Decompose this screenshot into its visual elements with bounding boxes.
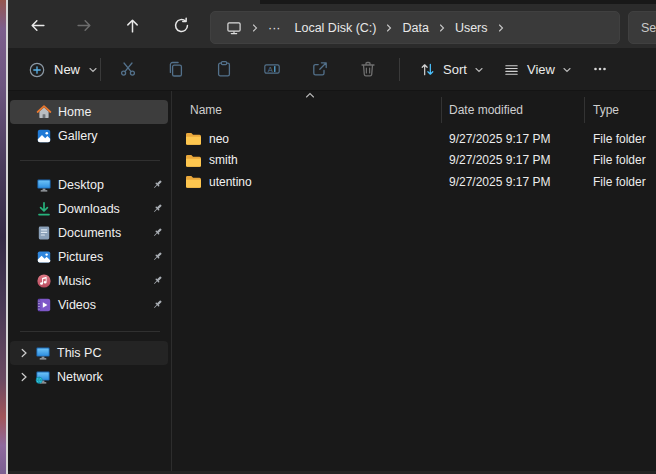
navigation-bar: ··· Local Disk (C:) Data Users Se bbox=[8, 4, 656, 48]
sidebar-item-label: This PC bbox=[57, 346, 101, 360]
pin-icon bbox=[151, 298, 164, 311]
svg-text:A: A bbox=[268, 65, 273, 74]
file-type: File folder bbox=[585, 153, 656, 167]
copy-icon bbox=[167, 60, 185, 78]
network-icon bbox=[35, 369, 51, 385]
file-name: utentino bbox=[209, 175, 252, 189]
view-button-label: View bbox=[527, 62, 555, 77]
refresh-icon bbox=[173, 17, 190, 34]
documents-icon bbox=[36, 225, 52, 241]
breadcrumb-overflow[interactable]: ··· bbox=[261, 18, 288, 38]
refresh-button[interactable] bbox=[165, 9, 197, 41]
sidebar-item-pictures[interactable]: Pictures bbox=[10, 245, 168, 269]
file-explorer-window: ··· Local Disk (C:) Data Users Se New bbox=[8, 0, 656, 474]
back-button[interactable] bbox=[21, 9, 53, 41]
this-pc-icon bbox=[35, 345, 51, 361]
command-toolbar: New A bbox=[8, 48, 656, 91]
file-name: smith bbox=[209, 153, 238, 167]
rename-icon: A bbox=[263, 60, 281, 78]
sidebar-item-label: Videos bbox=[58, 298, 96, 312]
new-button-label: New bbox=[54, 62, 80, 77]
breadcrumb-segment-drive[interactable]: Local Disk (C:) bbox=[288, 18, 384, 38]
share-button[interactable] bbox=[303, 52, 337, 86]
expand-chevron-icon[interactable] bbox=[18, 347, 30, 359]
pin-icon bbox=[151, 178, 164, 191]
file-list-pane: Name Date modified Type neo 9/27/2025 9:… bbox=[172, 91, 656, 474]
sidebar-separator bbox=[20, 160, 160, 161]
file-row-neo[interactable]: neo 9/27/2025 9:17 PM File folder bbox=[172, 128, 656, 150]
explorer-body: Home Gallery Desktop bbox=[8, 91, 656, 474]
sort-button[interactable]: Sort bbox=[410, 54, 493, 85]
breadcrumb-device[interactable] bbox=[219, 17, 249, 39]
sidebar-item-documents[interactable]: Documents bbox=[10, 221, 168, 245]
file-row-smith[interactable]: smith 9/27/2025 9:17 PM File folder bbox=[172, 150, 656, 172]
sidebar-item-label: Documents bbox=[58, 226, 121, 240]
folder-icon bbox=[185, 174, 202, 189]
up-button[interactable] bbox=[116, 9, 148, 41]
sidebar-item-music[interactable]: Music bbox=[10, 269, 168, 293]
sidebar-item-network[interactable]: Network bbox=[10, 365, 168, 389]
copy-button[interactable] bbox=[159, 52, 193, 86]
cut-button[interactable] bbox=[111, 52, 145, 86]
new-button[interactable]: New bbox=[18, 54, 108, 85]
breadcrumb-segment-data[interactable]: Data bbox=[395, 18, 435, 38]
sidebar-item-desktop[interactable]: Desktop bbox=[10, 173, 168, 197]
file-name: neo bbox=[209, 132, 229, 146]
address-bar[interactable]: ··· Local Disk (C:) Data Users bbox=[210, 11, 620, 44]
navigation-pane: Home Gallery Desktop bbox=[8, 91, 171, 474]
desktop-icon bbox=[36, 177, 52, 193]
file-date-modified: 9/27/2025 9:17 PM bbox=[442, 175, 585, 189]
ellipsis-icon bbox=[591, 60, 609, 78]
column-header-type[interactable]: Type bbox=[585, 97, 656, 123]
rename-button[interactable]: A bbox=[255, 52, 289, 86]
view-lines-icon bbox=[503, 61, 520, 78]
file-date-modified: 9/27/2025 9:17 PM bbox=[442, 132, 585, 146]
breadcrumb-chevron-icon bbox=[250, 23, 260, 33]
scissors-icon bbox=[119, 60, 137, 78]
sort-arrows-icon bbox=[419, 61, 436, 78]
forward-button[interactable] bbox=[68, 9, 100, 41]
file-date-modified: 9/27/2025 9:17 PM bbox=[442, 153, 585, 167]
search-text: Se bbox=[641, 21, 656, 35]
sort-button-label: Sort bbox=[443, 62, 467, 77]
sidebar-item-label: Pictures bbox=[58, 250, 103, 264]
sidebar-item-gallery[interactable]: Gallery bbox=[10, 124, 168, 148]
search-input[interactable]: Se bbox=[628, 11, 656, 44]
toolbar-separator bbox=[100, 58, 101, 81]
file-type: File folder bbox=[585, 132, 656, 146]
sidebar-item-this-pc[interactable]: This PC bbox=[10, 341, 168, 365]
paste-button[interactable] bbox=[207, 52, 241, 86]
gallery-icon bbox=[36, 128, 52, 144]
column-headers: Name Date modified Type bbox=[172, 97, 656, 123]
trash-icon bbox=[359, 60, 377, 78]
column-header-name[interactable]: Name bbox=[172, 97, 442, 123]
folder-icon bbox=[185, 131, 202, 146]
breadcrumb-segment-users[interactable]: Users bbox=[448, 18, 495, 38]
breadcrumb-chevron-icon[interactable] bbox=[437, 23, 447, 33]
downloads-icon bbox=[36, 201, 52, 217]
sidebar-item-downloads[interactable]: Downloads bbox=[10, 197, 168, 221]
chevron-down-icon bbox=[88, 65, 98, 75]
sidebar-item-label: Home bbox=[58, 105, 91, 119]
pin-icon bbox=[151, 226, 164, 239]
sidebar-item-label: Network bbox=[57, 370, 103, 384]
file-row-utentino[interactable]: utentino 9/27/2025 9:17 PM File folder bbox=[172, 171, 656, 193]
breadcrumb-chevron-icon[interactable] bbox=[384, 23, 394, 33]
pin-icon bbox=[151, 274, 164, 287]
breadcrumb-chevron-icon[interactable] bbox=[496, 23, 506, 33]
sidebar-item-home[interactable]: Home bbox=[10, 100, 168, 124]
column-header-date-modified[interactable]: Date modified bbox=[442, 97, 585, 123]
back-arrow-icon bbox=[29, 17, 46, 34]
expand-chevron-icon[interactable] bbox=[18, 371, 30, 383]
sidebar-item-label: Desktop bbox=[58, 178, 104, 192]
plus-circle-icon bbox=[28, 61, 46, 79]
pin-icon bbox=[151, 250, 164, 263]
view-button[interactable]: View bbox=[494, 54, 581, 85]
sidebar-item-label: Music bbox=[58, 274, 91, 288]
pin-icon bbox=[151, 202, 164, 215]
sidebar-item-videos[interactable]: Videos bbox=[10, 293, 168, 317]
clipboard-icon bbox=[215, 60, 233, 78]
more-options-button[interactable] bbox=[583, 52, 617, 86]
monitor-icon bbox=[226, 20, 242, 36]
delete-button[interactable] bbox=[351, 52, 385, 86]
